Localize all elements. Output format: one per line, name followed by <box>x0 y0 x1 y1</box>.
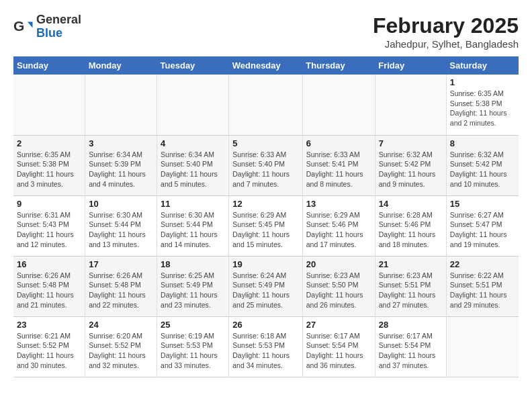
day-number: 10 <box>89 199 153 209</box>
calendar-cell <box>446 316 519 377</box>
day-number: 22 <box>450 259 515 269</box>
day-number: 11 <box>161 199 225 209</box>
calendar-cell: 14Sunrise: 6:28 AM Sunset: 5:46 PM Dayli… <box>375 195 446 256</box>
day-info: Sunrise: 6:34 AM Sunset: 5:39 PM Dayligh… <box>89 150 153 189</box>
logo: G General Blue <box>13 13 81 40</box>
weekday-header-thursday: Thursday <box>302 56 375 75</box>
day-info: Sunrise: 6:20 AM Sunset: 5:52 PM Dayligh… <box>89 331 153 371</box>
day-info: Sunrise: 6:26 AM Sunset: 5:48 PM Dayligh… <box>17 271 81 310</box>
day-number: 26 <box>232 320 298 330</box>
calendar-week-4: 16Sunrise: 6:26 AM Sunset: 5:48 PM Dayli… <box>13 256 519 316</box>
weekday-header-row: SundayMondayTuesdayWednesdayThursdayFrid… <box>13 56 519 75</box>
calendar-title: February 2025 <box>373 13 519 38</box>
calendar-week-5: 23Sunrise: 6:21 AM Sunset: 5:52 PM Dayli… <box>13 316 519 377</box>
calendar-cell: 1Sunrise: 6:35 AM Sunset: 5:38 PM Daylig… <box>446 75 519 135</box>
day-number: 2 <box>17 138 81 148</box>
day-info: Sunrise: 6:29 AM Sunset: 5:45 PM Dayligh… <box>232 210 298 250</box>
weekday-header-sunday: Sunday <box>13 56 85 75</box>
calendar-cell: 20Sunrise: 6:23 AM Sunset: 5:50 PM Dayli… <box>302 256 375 316</box>
calendar-cell <box>157 75 229 135</box>
day-number: 25 <box>161 320 225 330</box>
calendar-cell: 2Sunrise: 6:35 AM Sunset: 5:38 PM Daylig… <box>13 135 85 195</box>
day-number: 1 <box>450 77 515 87</box>
calendar-cell <box>85 75 157 135</box>
day-number: 15 <box>450 199 515 209</box>
day-info: Sunrise: 6:34 AM Sunset: 5:40 PM Dayligh… <box>161 150 225 189</box>
day-info: Sunrise: 6:17 AM Sunset: 5:54 PM Dayligh… <box>379 331 443 371</box>
weekday-header-saturday: Saturday <box>446 56 519 75</box>
header: G General Blue February 2025 Jahedpur, S… <box>13 13 519 50</box>
calendar-cell: 26Sunrise: 6:18 AM Sunset: 5:53 PM Dayli… <box>229 316 302 377</box>
day-number: 8 <box>450 138 515 148</box>
day-number: 20 <box>306 259 371 269</box>
calendar-cell: 16Sunrise: 6:26 AM Sunset: 5:48 PM Dayli… <box>13 256 85 316</box>
day-info: Sunrise: 6:28 AM Sunset: 5:46 PM Dayligh… <box>379 210 443 250</box>
day-number: 19 <box>232 259 298 269</box>
svg-marker-1 <box>28 21 33 28</box>
day-info: Sunrise: 6:25 AM Sunset: 5:49 PM Dayligh… <box>161 271 225 310</box>
day-number: 13 <box>306 199 371 209</box>
calendar-cell: 11Sunrise: 6:30 AM Sunset: 5:44 PM Dayli… <box>157 195 229 256</box>
calendar-cell: 8Sunrise: 6:32 AM Sunset: 5:42 PM Daylig… <box>446 135 519 195</box>
svg-text:G: G <box>13 18 24 34</box>
calendar-cell <box>375 75 446 135</box>
day-info: Sunrise: 6:32 AM Sunset: 5:42 PM Dayligh… <box>450 150 515 189</box>
day-info: Sunrise: 6:26 AM Sunset: 5:48 PM Dayligh… <box>89 271 153 310</box>
calendar-cell <box>13 75 85 135</box>
day-info: Sunrise: 6:31 AM Sunset: 5:43 PM Dayligh… <box>17 210 81 250</box>
day-number: 9 <box>17 199 81 209</box>
day-info: Sunrise: 6:18 AM Sunset: 5:53 PM Dayligh… <box>232 331 298 371</box>
calendar-week-3: 9Sunrise: 6:31 AM Sunset: 5:43 PM Daylig… <box>13 195 519 256</box>
calendar-cell: 27Sunrise: 6:17 AM Sunset: 5:54 PM Dayli… <box>302 316 375 377</box>
weekday-header-friday: Friday <box>375 56 446 75</box>
day-info: Sunrise: 6:30 AM Sunset: 5:44 PM Dayligh… <box>89 210 153 250</box>
weekday-header-tuesday: Tuesday <box>157 56 229 75</box>
calendar-cell: 21Sunrise: 6:23 AM Sunset: 5:51 PM Dayli… <box>375 256 446 316</box>
title-area: February 2025 Jahedpur, Sylhet, Banglade… <box>373 13 519 50</box>
calendar-cell: 23Sunrise: 6:21 AM Sunset: 5:52 PM Dayli… <box>13 316 85 377</box>
day-number: 18 <box>161 259 225 269</box>
day-number: 12 <box>232 199 298 209</box>
calendar-table: SundayMondayTuesdayWednesdayThursdayFrid… <box>13 56 519 377</box>
calendar-cell: 10Sunrise: 6:30 AM Sunset: 5:44 PM Dayli… <box>85 195 157 256</box>
calendar-cell: 25Sunrise: 6:19 AM Sunset: 5:53 PM Dayli… <box>157 316 229 377</box>
day-info: Sunrise: 6:23 AM Sunset: 5:50 PM Dayligh… <box>306 271 371 310</box>
logo-general-text: General <box>36 13 81 27</box>
day-number: 23 <box>17 320 81 330</box>
day-info: Sunrise: 6:27 AM Sunset: 5:47 PM Dayligh… <box>450 210 515 250</box>
calendar-cell: 6Sunrise: 6:33 AM Sunset: 5:41 PM Daylig… <box>302 135 375 195</box>
calendar-cell: 9Sunrise: 6:31 AM Sunset: 5:43 PM Daylig… <box>13 195 85 256</box>
day-number: 14 <box>379 199 443 209</box>
calendar-cell: 19Sunrise: 6:24 AM Sunset: 5:49 PM Dayli… <box>229 256 302 316</box>
weekday-header-wednesday: Wednesday <box>229 56 302 75</box>
day-info: Sunrise: 6:19 AM Sunset: 5:53 PM Dayligh… <box>161 331 225 371</box>
calendar-cell: 28Sunrise: 6:17 AM Sunset: 5:54 PM Dayli… <box>375 316 446 377</box>
calendar-cell <box>229 75 302 135</box>
day-info: Sunrise: 6:33 AM Sunset: 5:40 PM Dayligh… <box>232 150 298 189</box>
logo-icon: G <box>13 17 34 37</box>
day-info: Sunrise: 6:23 AM Sunset: 5:51 PM Dayligh… <box>379 271 443 310</box>
day-info: Sunrise: 6:35 AM Sunset: 5:38 PM Dayligh… <box>17 150 81 189</box>
day-number: 27 <box>306 320 371 330</box>
day-number: 6 <box>306 138 371 148</box>
day-info: Sunrise: 6:30 AM Sunset: 5:44 PM Dayligh… <box>161 210 225 250</box>
calendar-cell: 7Sunrise: 6:32 AM Sunset: 5:42 PM Daylig… <box>375 135 446 195</box>
day-number: 7 <box>379 138 443 148</box>
day-info: Sunrise: 6:22 AM Sunset: 5:51 PM Dayligh… <box>450 271 515 310</box>
calendar-cell: 24Sunrise: 6:20 AM Sunset: 5:52 PM Dayli… <box>85 316 157 377</box>
logo-blue-text: Blue <box>36 27 81 40</box>
calendar-cell <box>302 75 375 135</box>
day-info: Sunrise: 6:24 AM Sunset: 5:49 PM Dayligh… <box>232 271 298 310</box>
day-number: 16 <box>17 259 81 269</box>
day-info: Sunrise: 6:29 AM Sunset: 5:46 PM Dayligh… <box>306 210 371 250</box>
calendar-week-2: 2Sunrise: 6:35 AM Sunset: 5:38 PM Daylig… <box>13 135 519 195</box>
calendar-cell: 4Sunrise: 6:34 AM Sunset: 5:40 PM Daylig… <box>157 135 229 195</box>
day-number: 4 <box>161 138 225 148</box>
calendar-week-1: 1Sunrise: 6:35 AM Sunset: 5:38 PM Daylig… <box>13 75 519 135</box>
day-info: Sunrise: 6:21 AM Sunset: 5:52 PM Dayligh… <box>17 331 81 371</box>
day-number: 3 <box>89 138 153 148</box>
day-info: Sunrise: 6:33 AM Sunset: 5:41 PM Dayligh… <box>306 150 371 189</box>
day-number: 5 <box>232 138 298 148</box>
calendar-cell: 22Sunrise: 6:22 AM Sunset: 5:51 PM Dayli… <box>446 256 519 316</box>
calendar-cell: 17Sunrise: 6:26 AM Sunset: 5:48 PM Dayli… <box>85 256 157 316</box>
